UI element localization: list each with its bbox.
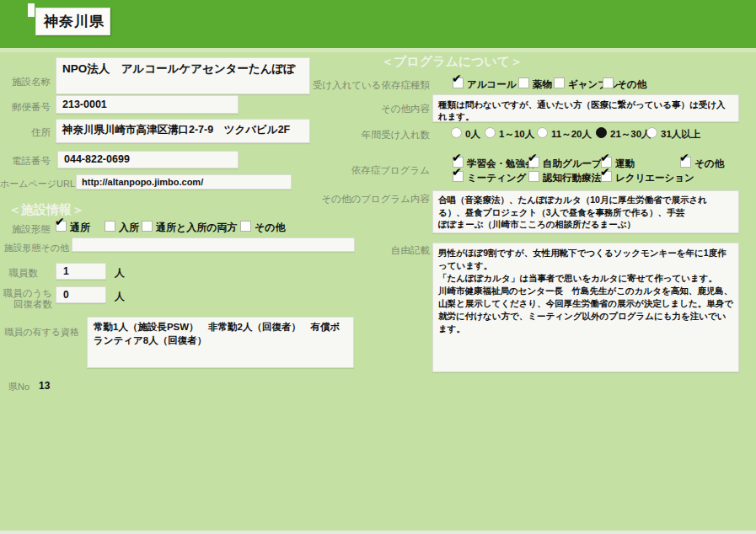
checkbox-option-other-program[interactable]: ✔その他 <box>680 157 724 170</box>
website-url-label: ホームページURL <box>0 178 72 190</box>
staff-qualifications-label: 職員の有する資格 <box>0 326 79 339</box>
staff-recovered-label-line2: 回復者数 <box>0 298 52 311</box>
checkbox-option-nyusho[interactable]: ✔入所 <box>105 221 139 235</box>
checkbox-option-meeting[interactable]: ✔ミーティング <box>453 171 526 184</box>
checkbox-option-tsusho[interactable]: ✔通所 <box>56 221 90 235</box>
programs-label: 依存症プログラム <box>278 164 430 177</box>
staff-count-field[interactable]: 1 <box>56 263 106 280</box>
header-bar-edge <box>0 48 756 52</box>
annual-intake-label: 年間受け入れ数 <box>278 129 430 142</box>
check-icon: ✔ <box>55 216 65 227</box>
free-text-field[interactable]: 男性がほぼ9割ですが、女性用靴下でつくるソックモンキーを年に1度作っています。 … <box>432 243 739 372</box>
checkbox: ✔ <box>601 171 612 182</box>
radio-icon <box>596 127 607 138</box>
addiction-types-label: 受け入れている依存症種類 <box>278 79 430 92</box>
checkbox-option-other-addiction[interactable]: ✔その他 <box>603 77 646 91</box>
radio-icon <box>485 127 496 138</box>
corner-mark <box>28 3 35 17</box>
checkbox: ✔ <box>105 221 115 232</box>
radio-option-21-30[interactable]: 21～30人 <box>596 127 651 141</box>
checkbox-option-recreation[interactable]: ✔レクリエーション <box>601 171 694 184</box>
checkbox-option-cbt[interactable]: ✔認知行動療法 <box>528 171 601 184</box>
form-type-label: 施設形態 <box>0 223 51 236</box>
checkbox: ✔ <box>554 77 565 88</box>
postal-code-label: 郵便番号 <box>0 101 51 114</box>
staff-qualifications-field[interactable]: 常勤1人（施設長PSW） 非常勤2人（回復者） 有償ボランティア8人（回復者） <box>87 317 354 368</box>
checkbox-option-self-help[interactable]: ✔自助グループ <box>528 157 602 170</box>
checkbox: ✔ <box>680 157 691 168</box>
check-icon: ✔ <box>679 152 689 163</box>
phone-label: 電話番号 <box>0 155 51 168</box>
checkbox-option-alcohol[interactable]: ✔アルコール <box>453 77 517 91</box>
staff-recovered-unit: 人 <box>115 290 125 304</box>
form-type-other-label: 施設形態その他 <box>0 242 69 254</box>
program-section-title: ＜プログラムについて＞ <box>381 54 523 70</box>
checkbox: ✔ <box>528 157 539 168</box>
checkbox: ✔ <box>528 171 539 182</box>
pref-no-value: 13 <box>39 380 50 392</box>
radio-option-0[interactable]: 0人 <box>451 127 480 141</box>
checkbox: ✔ <box>453 77 464 88</box>
check-icon: ✔ <box>600 152 610 163</box>
free-text-label: 自由記載 <box>278 244 430 257</box>
staff-recovered-field[interactable]: 0 <box>56 286 106 303</box>
radio-option-11-20[interactable]: 11～20人 <box>537 127 592 141</box>
checkbox-option-both[interactable]: ✔通所と入所の両方 <box>142 221 238 235</box>
header-bar <box>0 0 756 48</box>
staff-count-unit: 人 <box>115 266 125 280</box>
checkbox: ✔ <box>603 77 614 88</box>
check-icon: ✔ <box>600 166 610 178</box>
radio-icon <box>451 127 462 138</box>
website-url-field[interactable]: http://altanpopo.jimbo.com/ <box>76 174 292 190</box>
checkbox: ✔ <box>518 77 529 88</box>
facility-name-field[interactable]: NPO法人 アルコールケアセンターたんぽぽ <box>56 57 310 94</box>
facility-sheet-page: 神奈川県 施設名称 NPO法人 アルコールケアセンターたんぽぽ 郵便番号 213… <box>0 0 756 534</box>
check-icon: ✔ <box>452 152 462 163</box>
checkbox: ✔ <box>240 221 251 232</box>
pref-no-label: 県No <box>8 381 37 393</box>
address-label: 住所 <box>0 126 51 139</box>
checkbox: ✔ <box>142 221 153 232</box>
checkbox: ✔ <box>56 221 67 232</box>
postal-code-field[interactable]: 213-0001 <box>56 95 239 114</box>
checkbox-option-drugs[interactable]: ✔薬物 <box>518 77 552 91</box>
radio-icon <box>537 127 548 138</box>
checkbox-option-study-group[interactable]: ✔学習会・勉強会 <box>453 157 535 170</box>
checkbox-option-other-type[interactable]: ✔その他 <box>240 221 286 235</box>
check-icon: ✔ <box>452 166 462 178</box>
other-detail-label: その他内容 <box>278 103 430 115</box>
other-program-field[interactable]: 合唱（音楽療法）、たんぽぽカルタ（10月に厚生労働省で展示される）、昼食プロジェ… <box>432 190 739 233</box>
checkbox: ✔ <box>453 171 464 182</box>
staff-count-label: 職員数 <box>0 267 38 280</box>
window-edge <box>0 531 756 534</box>
check-icon: ✔ <box>452 72 462 84</box>
radio-option-1-10[interactable]: 1～10人 <box>485 127 534 141</box>
facility-section-title: ＜施設情報＞ <box>8 202 84 218</box>
other-detail-field[interactable]: 種類は問わないですが、通いたい方（医療に繋がっている事）は受け入れます。 <box>432 94 739 122</box>
address-field[interactable]: 神奈川県川崎市高津区溝口2-7-9 ツクバビル2F <box>56 119 310 143</box>
facility-name-label: 施設名称 <box>0 76 51 88</box>
prefecture-title: 神奈川県 <box>35 8 110 35</box>
other-program-label: その他のプログラム内容 <box>278 193 430 206</box>
radio-option-31plus[interactable]: 31人以上 <box>646 127 700 141</box>
radio-icon <box>646 127 657 138</box>
phone-field[interactable]: 044-822-0699 <box>57 151 239 168</box>
check-icon: ✔ <box>528 152 538 163</box>
